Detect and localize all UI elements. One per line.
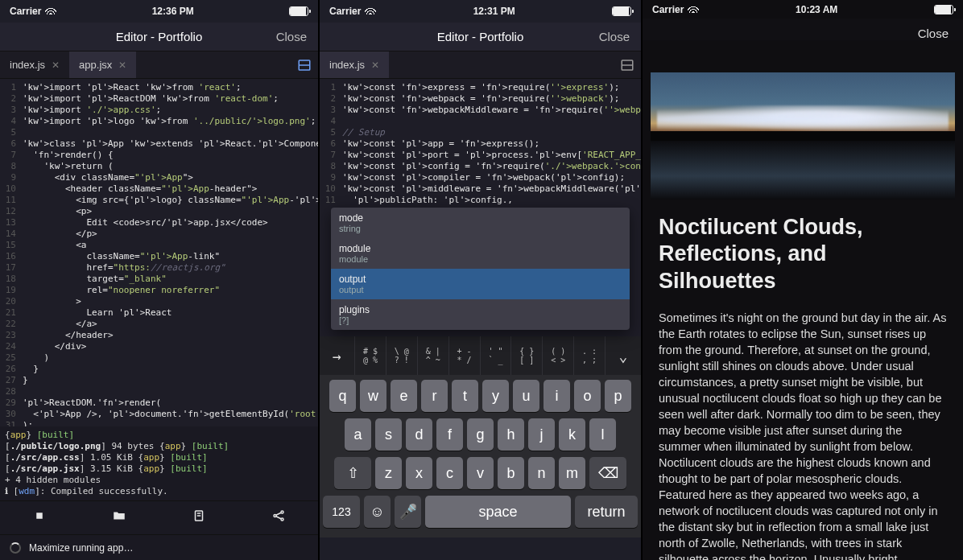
code-line[interactable]: 25 ) (0, 352, 318, 364)
symbol-key[interactable]: # $@ % (355, 336, 386, 375)
key-o[interactable]: o (574, 380, 601, 412)
symbol-key[interactable]: \ @? ! (386, 336, 418, 375)
key-x[interactable]: x (406, 457, 432, 489)
code-line[interactable]: 15 <a (0, 240, 318, 251)
key-k[interactable]: k (559, 418, 585, 451)
dismiss-keyboard-button[interactable]: ⌄ (605, 336, 641, 375)
code-line[interactable]: 14 </p> (0, 229, 318, 240)
code-line[interactable]: 23 </header> (0, 330, 318, 341)
notebook-button[interactable] (192, 509, 206, 527)
tab-index-js[interactable]: index.js ✕ (320, 51, 389, 78)
share-button[interactable] (271, 509, 286, 527)
key-v[interactable]: v (467, 457, 494, 489)
code-line[interactable]: 5 (0, 127, 318, 138)
key-c[interactable]: c (436, 457, 463, 489)
symbol-key[interactable]: + -* / (449, 336, 481, 375)
code-line[interactable]: 13 Edit <code>src/'pl'>app.jsx</code> (0, 217, 318, 229)
symbol-key[interactable]: & |^ ~ (418, 336, 449, 375)
close-button[interactable]: Close (918, 27, 949, 40)
key-n[interactable]: n (528, 457, 555, 489)
close-icon[interactable]: ✕ (371, 60, 379, 71)
code-line[interactable]: 18 target="_blank" (0, 274, 318, 285)
code-line[interactable]: 24 </div> (0, 341, 318, 352)
code-line[interactable]: 17 href="https://reactjs.org" (0, 262, 318, 274)
shift-key[interactable]: ⇧ (334, 457, 371, 489)
key-y[interactable]: y (482, 380, 509, 412)
code-line[interactable]: 2'kw'>const 'fn'>webpack = 'fn'>require(… (320, 93, 641, 105)
symbol-key[interactable]: . :, ; (574, 336, 605, 375)
key-d[interactable]: d (406, 418, 432, 451)
space-key[interactable]: space (425, 496, 571, 528)
key-r[interactable]: r (421, 380, 448, 412)
key-l[interactable]: l (589, 418, 616, 451)
autocomplete-popup[interactable]: modestringmodulemoduleoutputoutputplugin… (331, 208, 630, 330)
close-icon[interactable]: ✕ (52, 60, 60, 71)
code-line[interactable]: 26 } (0, 364, 318, 375)
code-line[interactable]: 27} (0, 375, 318, 386)
backspace-key[interactable]: ⌫ (589, 457, 626, 489)
close-button[interactable]: Close (599, 23, 630, 51)
autocomplete-item[interactable]: modestring (331, 208, 630, 238)
folder-button[interactable] (112, 509, 126, 527)
code-line[interactable]: 8 'kw'>return ( (0, 161, 318, 172)
key-w[interactable]: w (360, 380, 386, 412)
code-line[interactable]: 22 </a> (0, 319, 318, 330)
key-q[interactable]: q (329, 380, 356, 412)
symbol-key[interactable]: { }[ ] (511, 336, 543, 375)
key-t[interactable]: t (452, 380, 478, 412)
key-m[interactable]: m (559, 457, 585, 489)
code-line[interactable]: 11 'pl'>publicPath: 'pl'>config., (320, 195, 641, 206)
symbol-key[interactable]: ( )< > (543, 336, 574, 375)
close-button[interactable]: Close (276, 23, 307, 51)
code-line[interactable]: 29'pl'>ReactDOM.'fn'>render( (0, 397, 318, 409)
article-content[interactable]: Noctilucent Clouds, Reflections, and Sil… (643, 200, 963, 560)
key-z[interactable]: z (375, 457, 402, 489)
footer-status[interactable]: Maximize running app… (0, 534, 318, 560)
terminal-panel[interactable]: {app} [built][./public/logo.png] 94 byte… (0, 426, 318, 500)
code-line[interactable]: 5// Setup (320, 127, 641, 138)
code-line[interactable]: 6'kw'>const 'pl'>app = 'fn'>express(); (320, 138, 641, 150)
code-line[interactable]: 6'kw'>class 'pl'>App 'kw'>extends 'pl'>R… (0, 138, 318, 150)
key-j[interactable]: j (528, 418, 555, 451)
code-line[interactable]: 7'kw'>const 'pl'>port = 'pl'>process.'pl… (320, 150, 641, 161)
split-view-button[interactable] (291, 51, 318, 79)
split-view-button[interactable] (614, 51, 641, 79)
key-s[interactable]: s (375, 418, 402, 451)
code-line[interactable]: 1'kw'>const 'fn'>express = 'fn'>require(… (320, 82, 641, 93)
code-line[interactable]: 7 'fn'>render() { (0, 150, 318, 161)
code-line[interactable]: 4 (320, 116, 641, 127)
key-h[interactable]: h (498, 418, 524, 451)
code-line[interactable]: 30 <'pl'>App />, 'pl'>document.'fn'>getE… (0, 409, 318, 420)
key-i[interactable]: i (543, 380, 570, 412)
code-editor[interactable]: 1'kw'>const 'fn'>express = 'fn'>require(… (320, 79, 641, 208)
code-line[interactable]: 16 className="'pl'>App-link" (0, 251, 318, 262)
code-line[interactable]: 31); (0, 420, 318, 426)
numbers-key[interactable]: 123 (323, 496, 360, 528)
code-line[interactable]: 9'kw'>const 'pl'>compiler = 'fn'>webpack… (320, 172, 641, 183)
key-g[interactable]: g (467, 418, 494, 451)
code-line[interactable]: 10'kw'>const 'pl'>middleware = 'fn'>webp… (320, 183, 641, 195)
emoji-key[interactable]: ☺ (364, 496, 391, 528)
code-line[interactable]: 28 (0, 386, 318, 397)
close-icon[interactable]: ✕ (118, 60, 126, 71)
return-key[interactable]: return (575, 496, 638, 528)
tab-app-jsx[interactable]: app.jsx ✕ (69, 51, 136, 78)
key-a[interactable]: a (345, 418, 371, 451)
code-line[interactable]: 10 <header className="'pl'>App-header"> (0, 183, 318, 195)
symbol-key[interactable]: ' "` _ (481, 336, 512, 375)
autocomplete-item[interactable]: modulemodule (331, 238, 630, 269)
key-f[interactable]: f (436, 418, 463, 451)
key-p[interactable]: p (605, 380, 631, 412)
key-u[interactable]: u (513, 380, 539, 412)
key-e[interactable]: e (391, 380, 417, 412)
autocomplete-item[interactable]: plugins[?] (331, 299, 630, 330)
code-line[interactable]: 2'kw'>import 'pl'>ReactDOM 'kw'>from 're… (0, 93, 318, 105)
code-editor[interactable]: 1'kw'>import 'pl'>React 'kw'>from 'react… (0, 79, 318, 426)
autocomplete-item[interactable]: outputoutput (331, 269, 630, 299)
code-line[interactable]: 20 > (0, 296, 318, 307)
code-line[interactable]: 3'kw'>import './'>app.css'; (0, 105, 318, 116)
code-line[interactable]: 8'kw'>const 'pl'>config = 'fn'>require('… (320, 161, 641, 172)
code-line[interactable]: 3'kw'>const 'fn'>webpackMiddleware = 'fn… (320, 105, 641, 116)
code-line[interactable]: 4'kw'>import 'pl'>logo 'kw'>from '../pub… (0, 116, 318, 127)
dictation-key[interactable]: 🎤 (395, 496, 421, 528)
